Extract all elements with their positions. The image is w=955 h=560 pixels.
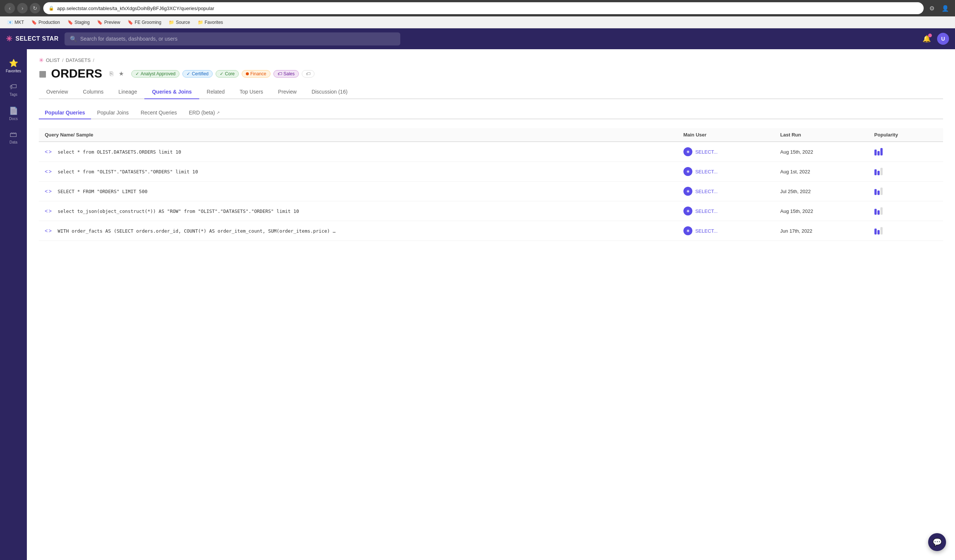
col-main-user: Main User: [678, 128, 775, 142]
breadcrumb: ✳ OLIST / DATASETS /: [39, 57, 943, 64]
core-checkmark-icon: ✓: [220, 71, 224, 76]
breadcrumb-datasets[interactable]: DATASETS: [66, 58, 91, 63]
bookmark-production[interactable]: 🔖 Production: [28, 19, 63, 26]
pop-bar-1: [877, 230, 880, 234]
user-name-0[interactable]: SELECT...: [695, 149, 718, 155]
pop-bar-1: [877, 171, 880, 175]
popularity-cell-2: [869, 182, 943, 201]
user-name-2[interactable]: SELECT...: [695, 189, 718, 194]
pop-bar-2: [880, 187, 883, 195]
query-cell-3: <>select to_json(object_construct(*)) AS…: [39, 201, 678, 221]
tab-discussion[interactable]: Discussion (16): [304, 85, 355, 99]
tab-lineage[interactable]: Lineage: [111, 85, 145, 99]
tab-queries-joins[interactable]: Queries & Joins: [144, 85, 199, 99]
reload-button[interactable]: ↻: [30, 3, 40, 13]
query-cell-content-3: <>select to_json(object_construct(*)) AS…: [45, 208, 672, 214]
query-cell-content-0: <>select * from OLIST.DATASETS.ORDERS li…: [45, 149, 672, 155]
user-name-1[interactable]: SELECT...: [695, 169, 718, 175]
sidebar-item-favorites[interactable]: ⭐ Favorites: [3, 55, 24, 76]
query-cell-1: <>select * from "OLIST"."DATASETS"."ORDE…: [39, 162, 678, 182]
finance-badge[interactable]: Finance: [242, 70, 271, 78]
bookmark-preview[interactable]: 🔖 Preview: [94, 19, 123, 26]
badges-row: ✓ Analyst Approved ✓ Certified ✓ Core Fi…: [131, 70, 315, 78]
user-cell-content-0: ✳SELECT...: [683, 147, 769, 156]
user-name-3[interactable]: SELECT...: [695, 208, 718, 214]
address-bar[interactable]: 🔒 app.selectstar.com/tables/ta_kfxXdgsDo…: [43, 2, 924, 14]
tab-related[interactable]: Related: [199, 85, 232, 99]
analyst-approved-badge[interactable]: ✓ Analyst Approved: [131, 70, 179, 78]
table-row: <>select * from "OLIST"."DATASETS"."ORDE…: [39, 162, 943, 182]
user-cell-0: ✳SELECT...: [678, 142, 775, 162]
user-cell-3: ✳SELECT...: [678, 201, 775, 221]
bookmark-fe-grooming[interactable]: 🔖 FE Grooming: [125, 19, 164, 26]
sidebar-item-docs[interactable]: 📄 Docs: [3, 103, 24, 124]
app-logo[interactable]: ✳ SELECT STAR: [6, 34, 59, 43]
tab-preview[interactable]: Preview: [271, 85, 304, 99]
bookmark-staging[interactable]: 🔖 Staging: [64, 19, 93, 26]
query-text-4: WITH order_facts AS (SELECT orders.order…: [58, 228, 337, 234]
search-placeholder: Search for datasets, dashboards, or user…: [80, 36, 178, 42]
profile-button[interactable]: 👤: [940, 3, 950, 13]
breadcrumb-olist[interactable]: OLIST: [46, 58, 60, 63]
popularity-bars-0: [874, 148, 937, 156]
subtab-erd[interactable]: ERD (beta) ↗: [183, 107, 226, 119]
pop-bar-1: [877, 190, 880, 195]
back-button[interactable]: ‹: [5, 3, 15, 13]
select-star-user-icon-3: ✳: [683, 207, 692, 215]
folder-icon: 📁: [169, 20, 174, 25]
notification-bell-button[interactable]: 🔔: [921, 33, 933, 45]
query-expand-button-4[interactable]: <>: [45, 228, 52, 234]
browser-nav-buttons: ‹ › ↻: [5, 3, 40, 13]
logo-text: SELECT STAR: [16, 36, 59, 42]
popularity-cell-4: [869, 221, 943, 241]
user-cell-content-1: ✳SELECT...: [683, 167, 769, 176]
extensions-button[interactable]: ⚙: [927, 3, 937, 13]
query-expand-button-2[interactable]: <>: [45, 188, 52, 194]
url-text: app.selectstar.com/tables/ta_kfxXdgsDoih…: [57, 6, 214, 11]
page-title: ORDERS: [51, 67, 102, 81]
bookmark-source[interactable]: 📁 Source: [166, 19, 193, 26]
search-bar[interactable]: 🔍 Search for datasets, dashboards, or us…: [64, 33, 400, 45]
table-row: <>WITH order_facts AS (SELECT orders.ord…: [39, 221, 943, 241]
bookmark-gmail[interactable]: 📧 MKT: [5, 19, 27, 26]
bookmark-favorites[interactable]: 📁 Favorites: [195, 19, 226, 26]
pop-bar-0: [874, 189, 877, 195]
page-actions: ⎘ ★: [108, 69, 125, 78]
sidebar-item-data[interactable]: 🗃 Data: [3, 127, 24, 148]
sales-badge[interactable]: 🏷 Sales: [274, 70, 299, 78]
tab-columns[interactable]: Columns: [75, 85, 111, 99]
subtab-popular-queries[interactable]: Popular Queries: [39, 107, 91, 119]
pop-bar-0: [874, 169, 877, 175]
col-query-name: Query Name/ Sample: [39, 128, 678, 142]
copy-button[interactable]: ⎘: [108, 70, 115, 78]
page-title-row: ▦ ORDERS ⎘ ★ ✓ Analyst Approved ✓ Certif…: [39, 67, 943, 81]
subtab-popular-joins[interactable]: Popular Joins: [91, 107, 135, 119]
subtab-recent-queries[interactable]: Recent Queries: [135, 107, 183, 119]
query-cell-content-1: <>select * from "OLIST"."DATASETS"."ORDE…: [45, 168, 672, 175]
popularity-bars-3: [874, 207, 937, 215]
tab-overview[interactable]: Overview: [39, 85, 75, 99]
forward-button[interactable]: ›: [17, 3, 28, 13]
query-expand-button-3[interactable]: <>: [45, 208, 52, 214]
certified-checkmark-icon: ✓: [186, 71, 190, 76]
table-header: Query Name/ Sample Main User Last Run Po…: [39, 128, 943, 142]
certified-badge[interactable]: ✓ Certified: [182, 70, 213, 78]
query-expand-button-1[interactable]: <>: [45, 168, 52, 175]
chat-button[interactable]: 💬: [928, 533, 946, 551]
last-run-cell-3: Aug 15th, 2022: [775, 201, 869, 221]
user-name-4[interactable]: SELECT...: [695, 228, 718, 234]
last-run-cell-0: Aug 15th, 2022: [775, 142, 869, 162]
add-tag-badge[interactable]: 🏷: [302, 70, 315, 78]
sidebar-item-tags[interactable]: 🏷 Tags: [3, 79, 24, 100]
star-button[interactable]: ★: [117, 69, 125, 78]
chat-icon: 💬: [933, 538, 942, 547]
core-badge[interactable]: ✓ Core: [216, 70, 239, 78]
tab-top-users[interactable]: Top Users: [232, 85, 271, 99]
queries-table: Query Name/ Sample Main User Last Run Po…: [39, 128, 943, 241]
user-avatar[interactable]: U: [937, 33, 949, 45]
pop-bar-2: [880, 227, 883, 234]
breadcrumb-sep-1: /: [62, 58, 64, 63]
pop-bar-0: [874, 209, 877, 215]
query-expand-button-0[interactable]: <>: [45, 149, 52, 155]
query-text-1: select * from "OLIST"."DATASETS"."ORDERS…: [58, 169, 198, 175]
